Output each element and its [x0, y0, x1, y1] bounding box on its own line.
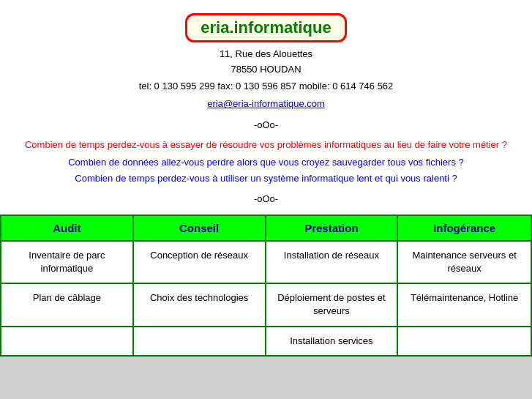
cell-infogerance-2: Télémaintenance, Hotline	[398, 284, 531, 325]
promo-line-1: Combien de temps perdez-vous à essayer d…	[7, 138, 525, 152]
separator-2: -oOo-	[0, 193, 532, 204]
logo: eria.informatique	[185, 13, 346, 42]
cell-conseil-3	[134, 327, 266, 355]
header-conseil: Conseil	[134, 216, 266, 240]
table-row: Installation services	[1, 327, 531, 355]
table-header-row: Audit Conseil Prestation Infogérance	[1, 216, 531, 242]
header-prestation: Prestation	[266, 216, 399, 240]
promo-line-3: Combien de temps perdez-vous à utiliser …	[7, 171, 525, 186]
cell-prestation-2: Déploiement de postes et serveurs	[266, 284, 399, 325]
address-block: 11, Rue des Alouettes 78550 HOUDAN tel: …	[7, 47, 525, 94]
cell-conseil-2: Choix des technologies	[134, 284, 266, 325]
email-link[interactable]: eria@eria-informatique.com	[207, 98, 325, 109]
logo-text: eria.informatique	[201, 18, 331, 37]
cell-audit-2: Plan de câblage	[1, 284, 134, 325]
header-infogerance: Infogérance	[398, 216, 531, 240]
header-audit: Audit	[1, 216, 134, 240]
promo-line-2: Combien de données allez-vous perdre alo…	[7, 155, 525, 170]
contact-line: tel: 0 130 595 299 fax: 0 130 596 857 mo…	[7, 79, 525, 94]
cell-infogerance-3	[398, 327, 531, 355]
street: 11, Rue des Alouettes	[7, 47, 525, 62]
table-row: Plan de câblage Choix des technologies D…	[1, 284, 531, 327]
header: eria.informatique 11, Rue des Alouettes …	[0, 7, 532, 112]
table-row: Inventaire de parc informatique Concepti…	[1, 242, 531, 284]
cell-audit-1: Inventaire de parc informatique	[1, 242, 134, 283]
cell-infogerance-1: Maintenance serveurs et réseaux	[398, 242, 531, 283]
cell-prestation-3: Installation services	[266, 327, 399, 355]
separator-1: -oOo-	[0, 119, 532, 130]
city: 78550 HOUDAN	[7, 62, 525, 78]
cell-conseil-1: Conception de réseaux	[134, 242, 266, 283]
cell-prestation-1: Installation de réseaux	[266, 242, 399, 283]
page-wrapper: eria.informatique 11, Rue des Alouettes …	[0, 0, 532, 357]
services-table: Audit Conseil Prestation Infogérance Inv…	[0, 215, 532, 357]
promo-section: Combien de temps perdez-vous à essayer d…	[0, 138, 532, 186]
cell-audit-3	[1, 327, 134, 355]
